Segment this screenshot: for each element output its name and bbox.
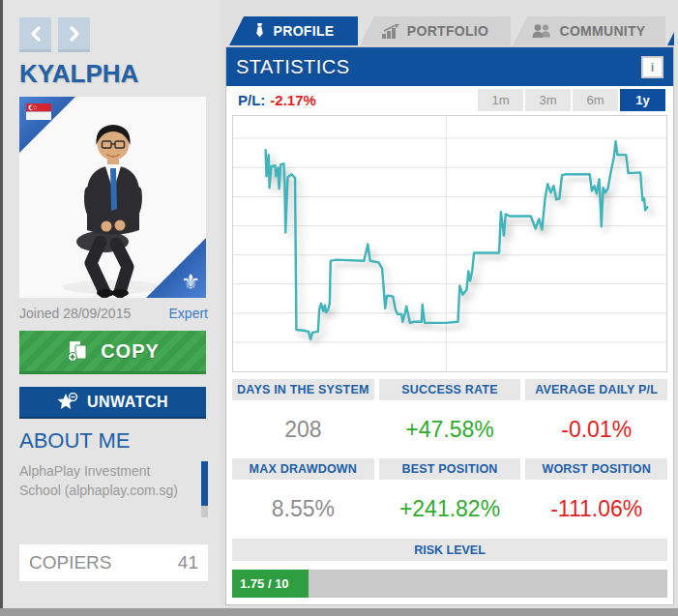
tab-portfolio[interactable]: PORTFOLIO (360, 16, 511, 45)
page-bottom-bar (0, 608, 678, 616)
next-trader-button[interactable] (58, 17, 90, 52)
stat-value-best-position: +241.82% (379, 485, 521, 532)
stat-header-avg-daily-pl: AVERAGE DAILY P/L (525, 379, 667, 400)
statistics-header: STATISTICS i (226, 47, 673, 86)
fleur-de-lis-icon: ⚜ (181, 270, 200, 294)
tab-profile-label: PROFILE (274, 23, 335, 39)
stat-value-avg-daily-pl: -0.01% (525, 406, 667, 453)
pl-chart-svg (233, 116, 666, 371)
unwatch-button[interactable]: UNWATCH (19, 387, 206, 419)
stat-header-worst-position: WORST POSITION (525, 458, 667, 480)
range-6m-button[interactable]: 6m (573, 89, 618, 111)
pl-label: P/L: (238, 92, 265, 108)
about-scrollbar (201, 461, 208, 525)
info-icon[interactable]: i (641, 56, 663, 78)
range-3m-button[interactable]: 3m (525, 89, 571, 111)
stats-grid: DAYS IN THE SYSTEM SUCCESS RATE AVERAGE … (232, 379, 667, 532)
range-1y-button[interactable]: 1y (620, 89, 665, 111)
tab-community[interactable]: COMMUNITY (513, 16, 665, 45)
pl-value: -2.17% (270, 92, 316, 108)
chevron-right-icon (68, 26, 81, 42)
copy-icon (66, 340, 91, 363)
pl-row: P/L:-2.17% 1m 3m 6m 1y (232, 86, 667, 114)
chevron-left-icon (29, 26, 43, 42)
bar-chart-icon (382, 24, 399, 39)
tab-portfolio-label: PORTFOLIO (407, 23, 488, 39)
joined-date: Joined 28/09/2015 (19, 306, 131, 321)
risk-value: 1.75 / 10 (232, 576, 289, 591)
star-minus-icon (57, 393, 78, 411)
unwatch-button-label: UNWATCH (87, 394, 168, 411)
page-left-border (0, 0, 3, 616)
tie-icon (253, 23, 266, 40)
pl-chart[interactable] (232, 115, 667, 372)
copy-button-label: COPY (101, 340, 160, 363)
people-icon (532, 24, 551, 38)
stat-header-days: DAYS IN THE SYSTEM (232, 379, 374, 400)
pl-group: P/L:-2.17% (238, 92, 316, 109)
main-area: PROFILE PORTFOLIO COM (225, 16, 674, 605)
copiers-box: COPIERS 41 (19, 544, 208, 581)
statistics-panel: STATISTICS i P/L:-2.17% 1m 3m 6m 1y (225, 46, 674, 605)
stat-value-days: 208 (232, 406, 374, 453)
risk-level-header: RISK LEVEL (232, 539, 667, 561)
about-me-text: AlphaPlay Investment School (alphaplay.c… (19, 461, 201, 525)
tab-bar: PROFILE PORTFOLIO COM (225, 16, 674, 45)
stat-header-max-drawdown: MAX DRAWDOWN (232, 458, 374, 480)
statistics-title: STATISTICS (236, 56, 350, 78)
stat-value-success-rate: +47.58% (379, 406, 521, 453)
about-me-section: AlphaPlay Investment School (alphaplay.c… (19, 461, 208, 525)
joined-row: Joined 28/09/2015 Expert (19, 306, 208, 321)
tab-community-label: COMMUNITY (559, 23, 645, 39)
scrollbar-track[interactable] (201, 506, 208, 517)
expert-link[interactable]: Expert (169, 306, 208, 321)
trader-username: KYALPHA (19, 59, 208, 89)
copiers-count: 41 (178, 552, 198, 573)
trader-nav (19, 17, 208, 52)
about-me-heading: ABOUT ME (19, 428, 208, 454)
profile-sidebar: KYALPHA (3, 0, 221, 608)
copy-button[interactable]: COPY (19, 331, 206, 374)
stat-value-max-drawdown: 8.55% (232, 485, 374, 532)
singapore-flag-icon (26, 103, 51, 120)
range-selector: 1m 3m 6m 1y (478, 89, 665, 111)
risk-fill: 1.75 / 10 (232, 570, 309, 598)
risk-level-bar: 1.75 / 10 (232, 570, 667, 598)
scrollbar-thumb[interactable] (201, 461, 208, 506)
tab-partial[interactable] (667, 16, 674, 45)
profile-photo: ⚜ (19, 97, 206, 298)
tab-profile[interactable]: PROFILE (229, 16, 358, 45)
prev-trader-button[interactable] (19, 17, 51, 52)
statistics-content: P/L:-2.17% 1m 3m 6m 1y DAYS IN THE SYSTE… (226, 86, 673, 598)
stat-header-success-rate: SUCCESS RATE (379, 379, 521, 400)
trader-profile-page: KYALPHA (0, 0, 678, 616)
copiers-label: COPIERS (29, 552, 112, 573)
range-1m-button[interactable]: 1m (478, 89, 523, 111)
stat-header-best-position: BEST POSITION (379, 458, 521, 480)
stat-value-worst-position: -111.06% (525, 485, 667, 532)
